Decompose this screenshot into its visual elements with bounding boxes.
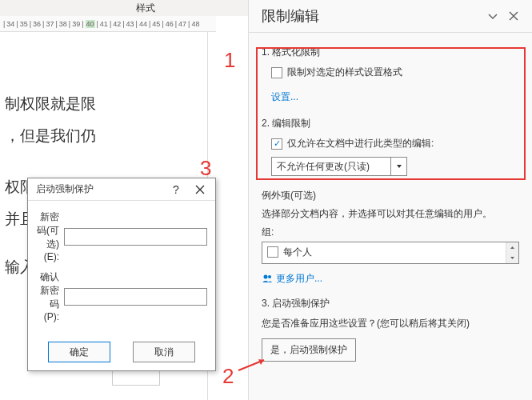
password-row: 新密码(可选)(E): xyxy=(36,210,207,262)
pane-header: 限制编辑 xyxy=(249,0,532,33)
ribbon-tab-styles[interactable]: 样式 xyxy=(120,2,171,15)
chevron-down-icon xyxy=(390,158,406,175)
dialog-header: 启动强制保护 ? xyxy=(28,178,215,201)
dialog-close-icon[interactable] xyxy=(188,180,212,199)
group-item-everyone: 每个人 xyxy=(283,246,312,259)
checkbox-edit-restrict[interactable]: 仅允许在文档中进行此类型的编辑: xyxy=(271,137,519,150)
exception-header: 例外项(可选) xyxy=(262,189,519,202)
enforce-question: 您是否准备应用这些设置？(您可以稍后将其关闭) xyxy=(262,317,519,330)
password-input[interactable] xyxy=(64,228,207,246)
annotation-arrow-2 xyxy=(237,357,270,373)
cancel-button[interactable]: 取消 xyxy=(133,342,195,362)
more-users-link[interactable]: 更多用户... xyxy=(262,272,519,286)
enforce-protection-dialog: 启动强制保护 ? 新密码(可选)(E): 确认新密码(P): 确定 取消 xyxy=(27,178,216,371)
group-listbox[interactable]: 每个人 xyxy=(262,242,519,264)
settings-link[interactable]: 设置... xyxy=(271,90,298,104)
section-edit-restrictions: 2. 编辑限制 xyxy=(262,117,519,130)
pane-body: 1. 格式化限制 限制对选定的样式设置格式 设置... 2. 编辑限制 仅允许在… xyxy=(249,33,532,371)
scroll-up-icon[interactable] xyxy=(506,242,518,253)
section-enforce-protection: 3. 启动强制保护 xyxy=(262,297,519,310)
enforce-protection-button[interactable]: 是，启动强制保护 xyxy=(262,338,356,362)
pane-title: 限制编辑 xyxy=(262,6,481,26)
users-icon xyxy=(262,274,273,283)
dialog-title: 启动强制保护 xyxy=(36,182,164,196)
pane-close-icon[interactable] xyxy=(505,7,522,25)
edit-type-dropdown[interactable]: 不允许任何更改(只读) xyxy=(271,157,407,176)
confirm-password-label: 确认新密码(P): xyxy=(36,270,64,322)
dropdown-value: 不允许任何更改(只读) xyxy=(277,160,370,174)
annotation-number-2: 2 xyxy=(222,364,234,389)
scroll-down-icon[interactable] xyxy=(506,253,518,263)
dialog-body: 新密码(可选)(E): 确认新密码(P): xyxy=(28,201,215,335)
checkbox-label: 仅允许在文档中进行此类型的编辑: xyxy=(287,137,434,150)
pane-dropdown-icon[interactable] xyxy=(484,7,502,25)
annotation-number-1: 1 xyxy=(224,48,235,73)
dialog-help-icon[interactable]: ? xyxy=(164,180,188,199)
ok-button[interactable]: 确定 xyxy=(48,342,110,362)
dialog-buttons: 确定 取消 xyxy=(28,335,215,370)
checkbox-icon[interactable] xyxy=(267,246,278,258)
checkbox-format-restrict[interactable]: 限制对选定的样式设置格式 xyxy=(271,66,519,79)
confirm-password-input[interactable] xyxy=(64,288,207,306)
checkbox-checked-icon xyxy=(271,138,282,150)
checkbox-label: 限制对选定的样式设置格式 xyxy=(287,66,402,79)
listbox-scrollbar[interactable] xyxy=(506,242,518,263)
svg-point-0 xyxy=(264,275,268,279)
section-format-restrictions: 1. 格式化限制 xyxy=(262,46,519,59)
group-label: 组: xyxy=(262,226,519,239)
doc-text-line: 制权限就是限 xyxy=(5,88,202,120)
horizontal-ruler: | 34 | 35 | 36 | 37 | 38 | 39 | 40 | 41 … xyxy=(0,16,216,32)
confirm-password-row: 确认新密码(P): xyxy=(36,270,207,322)
checkbox-icon xyxy=(271,67,282,78)
svg-point-1 xyxy=(268,275,271,278)
restrict-editing-pane: 限制编辑 1. 格式化限制 限制对选定的样式设置格式 设置... 2. 编辑限制… xyxy=(248,0,532,400)
exception-description: 选择部分文档内容，并选择可以对其任意编辑的用户。 xyxy=(262,207,519,221)
doc-text-line: ，但是我们仍 xyxy=(5,120,202,152)
password-label: 新密码(可选)(E): xyxy=(36,210,64,262)
